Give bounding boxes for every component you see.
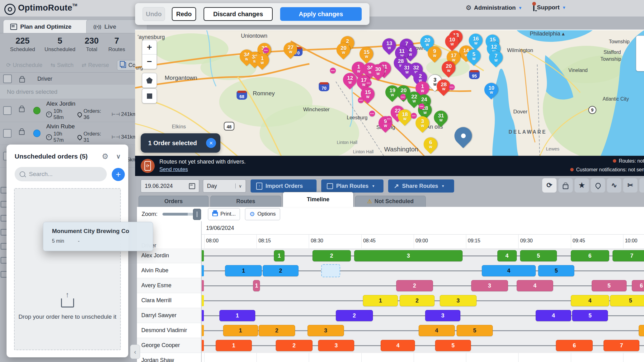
map-side-control[interactable] xyxy=(636,36,644,71)
route-stop-block[interactable]: 2 xyxy=(313,250,351,261)
date-input[interactable]: 19.06.2024 xyxy=(141,179,199,193)
cluster-dot[interactable]: ••• xyxy=(358,97,364,103)
route-stop-block[interactable]: 1 xyxy=(363,295,398,306)
tab-timeline[interactable]: Timeline xyxy=(283,192,354,207)
switch-action[interactable]: ⇆Switch xyxy=(50,62,73,69)
cluster-dot[interactable]: ••• xyxy=(386,116,392,122)
close-icon[interactable]: × xyxy=(206,138,216,148)
row-checkbox[interactable] xyxy=(1,243,7,250)
route-stop-block[interactable]: 2 xyxy=(336,310,373,321)
polygon-select-button[interactable] xyxy=(142,73,157,88)
route-stop-block[interactable]: 3 xyxy=(440,295,477,306)
route-stop-block[interactable]: 2 xyxy=(259,325,295,336)
route-stop-block[interactable]: 1 xyxy=(253,280,260,291)
search-input[interactable]: Search... xyxy=(15,167,107,181)
dragged-order-card[interactable]: Monument City Brewing Co 5 min - xyxy=(43,222,153,251)
send-routes-link[interactable]: Send routes xyxy=(159,166,188,173)
route-stop-block[interactable]: 5 xyxy=(592,280,627,291)
row-checkbox[interactable] xyxy=(1,201,7,207)
options-button[interactable]: ⚙Options xyxy=(245,208,280,220)
select-all-checkbox[interactable] xyxy=(3,74,12,83)
row-checkbox[interactable] xyxy=(1,187,7,193)
cluster-dot[interactable]: ••• xyxy=(263,47,269,53)
route-stop-block[interactable]: 5 xyxy=(520,250,557,261)
import-orders-button[interactable]: ↑ Import Orders xyxy=(251,179,317,193)
route-stop-block[interactable]: 4 xyxy=(571,295,609,306)
route-stop-block[interactable]: 3 xyxy=(308,325,344,336)
chevron-down-icon[interactable]: ∨ xyxy=(116,153,121,160)
row-checkbox[interactable] xyxy=(1,257,7,264)
row-checkbox[interactable] xyxy=(1,229,7,236)
zoom-slider[interactable] xyxy=(162,213,199,216)
cluster-dot[interactable]: ••• xyxy=(369,111,375,117)
route-stop-block[interactable]: 3 xyxy=(318,340,355,351)
add-order-button[interactable]: + xyxy=(112,168,125,181)
route-stop-block[interactable]: 3 xyxy=(425,310,460,321)
tab-not-scheduled[interactable]: ⚠ Not Scheduled xyxy=(355,196,426,207)
route-stop-block[interactable]: 4 xyxy=(536,310,571,321)
reverse-action[interactable]: ⇄Reverse xyxy=(82,62,109,69)
redo-button[interactable]: Redo xyxy=(172,7,196,21)
gear-icon[interactable]: ⚙ xyxy=(102,152,109,161)
route-stop-block[interactable]: 3 xyxy=(354,250,463,261)
row-checkbox[interactable] xyxy=(1,271,7,278)
cluster-dot[interactable]: ••• xyxy=(449,84,455,90)
route-stop-block[interactable]: 4 xyxy=(517,280,553,291)
pin-button[interactable] xyxy=(591,178,605,193)
cluster-dot[interactable]: ••• xyxy=(400,94,406,100)
tab-plan-and-optimize[interactable]: Plan and Optimize xyxy=(3,20,98,33)
route-stop-block[interactable]: 6 xyxy=(571,250,609,261)
route-stop-block[interactable]: 6 xyxy=(556,340,593,351)
undo-button[interactable]: Undo xyxy=(143,7,165,21)
globe-button[interactable]: ⊕ xyxy=(639,178,644,193)
plan-routes-button[interactable]: Plan Routes ▼ xyxy=(321,179,383,193)
lock-icon[interactable] xyxy=(19,107,25,112)
unschedule-action[interactable]: ⟳Unschedule xyxy=(6,62,42,69)
route-stop-block[interactable]: 7 xyxy=(613,250,644,261)
route-stop-block[interactable]: 4 xyxy=(482,265,536,276)
tab-routes[interactable]: Routes xyxy=(210,196,281,207)
cluster-dot[interactable]: ••• xyxy=(419,103,425,109)
route-stop-block[interactable]: 1 xyxy=(225,265,262,276)
route-stop-block[interactable]: 1 xyxy=(223,325,258,336)
administration-menu[interactable]: ⚙ Administration ▼ xyxy=(466,4,522,12)
zoom-slider-handle[interactable] xyxy=(193,209,201,220)
sidebar-collapse-button[interactable]: ‹ xyxy=(130,345,140,359)
refresh-button[interactable]: ⟳ xyxy=(542,178,557,193)
row-checkbox[interactable] xyxy=(3,129,12,138)
route-stop-block[interactable]: 5 xyxy=(572,310,608,321)
period-select[interactable]: Day ∨ xyxy=(203,179,246,193)
route-stop-block[interactable]: 6 xyxy=(639,325,644,336)
route-stop-block[interactable]: 5 xyxy=(435,340,471,351)
zoom-in-button[interactable]: + xyxy=(142,40,157,55)
route-stop-block[interactable]: 2 xyxy=(400,295,435,306)
row-checkbox[interactable] xyxy=(1,215,7,221)
timeline-plot[interactable]: 19/06/2024 08:0008:1508:3008:4509:0009:1… xyxy=(202,221,644,362)
route-stop-block[interactable]: 1 xyxy=(219,310,255,321)
drop-placeholder[interactable] xyxy=(321,264,341,277)
route-button[interactable]: ∿ xyxy=(607,178,621,193)
flag-star-button[interactable]: ★ xyxy=(575,178,589,193)
driver-row[interactable]: Alex Jordin10h 58mOrders: 36⊢⊣241km xyxy=(0,99,137,122)
route-stop-block[interactable]: 5 xyxy=(610,295,644,306)
rectangle-select-button[interactable] xyxy=(142,88,157,103)
driver-row[interactable]: Alvin Rube10h 57mOrders: 31⊢⊣341km xyxy=(0,122,137,145)
lock-icon[interactable] xyxy=(19,130,25,135)
cluster-dot[interactable]: ••• xyxy=(411,113,417,119)
route-stop-block[interactable]: 2 xyxy=(263,265,298,276)
route-stop-block[interactable]: 3 xyxy=(471,280,508,291)
route-stop-block[interactable]: 1 xyxy=(216,340,252,351)
share-routes-button[interactable]: ↗ Share Routes ▼ xyxy=(388,179,454,193)
route-stop-block[interactable]: 5 xyxy=(538,265,574,276)
apply-changes-button[interactable]: Apply changes xyxy=(280,7,362,21)
unschedule-drop-zone[interactable]: Drop your order here to unschedule it xyxy=(14,188,121,350)
route-stop-block[interactable]: 2 xyxy=(396,280,433,291)
discard-changes-button[interactable]: Discard changes xyxy=(204,7,273,21)
route-stop-block[interactable]: 7 xyxy=(604,340,640,351)
cluster-dot[interactable]: ••• xyxy=(366,80,372,86)
support-menu[interactable]: Support ▼ xyxy=(533,4,566,11)
zoom-out-button[interactable]: − xyxy=(142,55,157,69)
route-stop-block[interactable]: 6 xyxy=(632,280,644,291)
route-stop-block[interactable]: 2 xyxy=(276,340,313,351)
print-button[interactable]: Print... xyxy=(208,208,240,220)
